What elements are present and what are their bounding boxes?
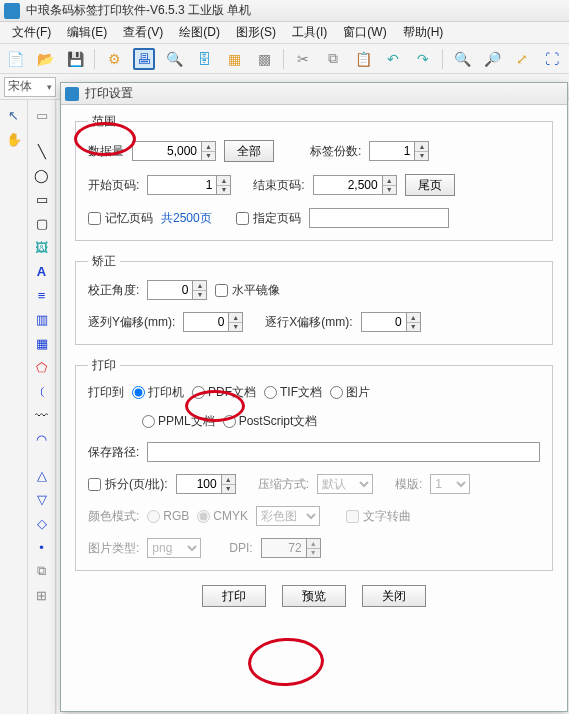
chk-hflip-box[interactable]: [215, 284, 228, 297]
chk-assign-page-box[interactable]: [236, 212, 249, 225]
spin-start[interactable]: ▲▼: [217, 175, 231, 195]
button-tail[interactable]: 尾页: [405, 174, 455, 196]
spin-angle[interactable]: ▲▼: [193, 280, 207, 300]
save-icon[interactable]: 💾: [64, 48, 86, 70]
polygon-icon[interactable]: ⬠: [31, 356, 53, 378]
input-angle[interactable]: ▲▼: [147, 280, 207, 300]
paste-icon[interactable]: 📋: [352, 48, 374, 70]
print-icon[interactable]: 🖶: [133, 48, 155, 70]
gear-icon[interactable]: ⚙: [103, 48, 125, 70]
spin-rowoff[interactable]: ▲▼: [407, 312, 421, 332]
rect-icon[interactable]: ▭: [31, 188, 53, 210]
button-close[interactable]: 关闭: [362, 585, 426, 607]
radio-ps[interactable]: PostScript文档: [223, 413, 318, 430]
input-start-page-field[interactable]: [147, 175, 217, 195]
radio-img[interactable]: 图片: [330, 384, 370, 401]
chk-assign-page[interactable]: 指定页码: [236, 210, 301, 227]
paragraph-icon[interactable]: ≡: [31, 284, 53, 306]
barcode-icon[interactable]: ▥: [31, 308, 53, 330]
radio-ps-box[interactable]: [223, 415, 236, 428]
radio-tif-box[interactable]: [264, 386, 277, 399]
zoom-in-icon[interactable]: 🔍: [451, 48, 473, 70]
spin-data-qty[interactable]: ▲▼: [202, 141, 216, 161]
input-coloff-field[interactable]: [183, 312, 229, 332]
arc-icon[interactable]: ◠: [31, 428, 53, 450]
chk-remember-page-box[interactable]: [88, 212, 101, 225]
font-combo[interactable]: 宋体 ▾: [4, 77, 56, 97]
spin-coloff[interactable]: ▲▼: [229, 312, 243, 332]
button-print[interactable]: 打印: [202, 585, 266, 607]
batch-icon[interactable]: ▦: [223, 48, 245, 70]
radio-pdf-box[interactable]: [192, 386, 205, 399]
new-icon[interactable]: 📄: [4, 48, 26, 70]
preview-icon[interactable]: 🔍: [163, 48, 185, 70]
grid-icon[interactable]: ▩: [253, 48, 275, 70]
spin-split[interactable]: ▲▼: [222, 474, 236, 494]
diamond-icon[interactable]: ◇: [31, 512, 53, 534]
input-rowoff-field[interactable]: [361, 312, 407, 332]
radio-pdf[interactable]: PDF文档: [192, 384, 256, 401]
radio-printer[interactable]: 打印机: [132, 384, 184, 401]
input-start-page[interactable]: ▲▼: [147, 175, 231, 195]
input-rowoff[interactable]: ▲▼: [361, 312, 421, 332]
menu-window[interactable]: 窗口(W): [335, 22, 394, 43]
triangle-up-icon[interactable]: △: [31, 464, 53, 486]
text-a-icon[interactable]: A: [31, 260, 53, 282]
curve-icon[interactable]: 〰: [31, 404, 53, 426]
input-angle-field[interactable]: [147, 280, 193, 300]
image-icon[interactable]: 🖼: [31, 236, 53, 258]
menu-help[interactable]: 帮助(H): [395, 22, 452, 43]
redo-icon[interactable]: ↷: [412, 48, 434, 70]
radio-ppml-box[interactable]: [142, 415, 155, 428]
menu-shape[interactable]: 图形(S): [228, 22, 284, 43]
chk-remember-page[interactable]: 记忆页码: [88, 210, 153, 227]
input-data-qty[interactable]: ▲▼: [132, 141, 216, 161]
database-icon[interactable]: 🗄: [193, 48, 215, 70]
radio-tif[interactable]: TIF文档: [264, 384, 322, 401]
qrcode-icon[interactable]: ▦: [31, 332, 53, 354]
group-icon[interactable]: ⧉: [31, 560, 53, 582]
spin-end[interactable]: ▲▼: [383, 175, 397, 195]
dialog-titlebar[interactable]: 打印设置: [61, 83, 567, 105]
menu-edit[interactable]: 编辑(E): [59, 22, 115, 43]
undo-icon[interactable]: ↶: [382, 48, 404, 70]
chk-split[interactable]: 拆分(页/批):: [88, 476, 168, 493]
hand-icon[interactable]: ✋: [3, 128, 25, 150]
dot-icon[interactable]: •: [31, 536, 53, 558]
radio-img-box[interactable]: [330, 386, 343, 399]
button-preview[interactable]: 预览: [282, 585, 346, 607]
pointer-icon[interactable]: ↖: [3, 104, 25, 126]
open-icon[interactable]: 📂: [34, 48, 56, 70]
spin-copies[interactable]: ▲▼: [415, 141, 429, 161]
menu-draw[interactable]: 绘图(D): [171, 22, 228, 43]
input-assign-page[interactable]: [309, 208, 449, 228]
page-frame-icon[interactable]: ▭: [31, 104, 53, 126]
ellipse-icon[interactable]: ◯: [31, 164, 53, 186]
input-end-page-field[interactable]: [313, 175, 383, 195]
button-all[interactable]: 全部: [224, 140, 274, 162]
input-copies[interactable]: ▲▼: [369, 141, 429, 161]
chk-split-box[interactable]: [88, 478, 101, 491]
chk-hflip[interactable]: 水平镜像: [215, 282, 280, 299]
menu-tools[interactable]: 工具(I): [284, 22, 335, 43]
radio-ppml[interactable]: PPML文档: [142, 413, 215, 430]
input-data-qty-field[interactable]: [132, 141, 202, 161]
copy-icon[interactable]: ⧉: [322, 48, 344, 70]
input-save-path[interactable]: [147, 442, 540, 462]
zoom-fit-icon[interactable]: ⤢: [511, 48, 533, 70]
cut-icon[interactable]: ✂: [292, 48, 314, 70]
zoom-all-icon[interactable]: ⛶: [541, 48, 563, 70]
radio-printer-box[interactable]: [132, 386, 145, 399]
menu-file[interactable]: 文件(F): [4, 22, 59, 43]
zoom-out-icon[interactable]: 🔎: [481, 48, 503, 70]
input-copies-field[interactable]: [369, 141, 415, 161]
lock-icon[interactable]: ⊞: [31, 584, 53, 606]
input-split[interactable]: ▲▼: [176, 474, 236, 494]
round-rect-icon[interactable]: ▢: [31, 212, 53, 234]
input-split-field[interactable]: [176, 474, 222, 494]
input-coloff[interactable]: ▲▼: [183, 312, 243, 332]
triangle-down-icon[interactable]: ▽: [31, 488, 53, 510]
input-end-page[interactable]: ▲▼: [313, 175, 397, 195]
bracket-icon[interactable]: ⟮: [31, 380, 53, 402]
menu-view[interactable]: 查看(V): [115, 22, 171, 43]
